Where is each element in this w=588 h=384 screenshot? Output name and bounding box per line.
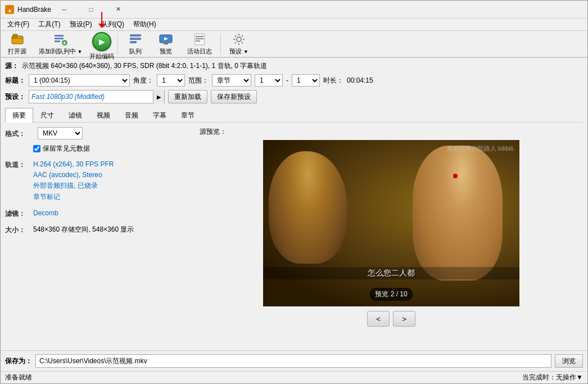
metadata-label: 保留常见元数据 (43, 144, 90, 153)
preview-container: 前前前世的陌路人 bilibili. 怎么您二人都 预览 2 / 10 (263, 140, 519, 306)
main-content: 源： 示范视频 640×360 (640×360), 30 FPS, SDR (… (1, 58, 587, 350)
preset-toolbar-button[interactable]: 预设 ▼ (224, 30, 253, 58)
tab-video[interactable]: 视频 (89, 108, 117, 123)
status-text: 准备就绪 (5, 373, 32, 382)
reload-preset-button[interactable]: 重新加载 (168, 90, 207, 103)
window-controls: ─ □ ✕ (51, 1, 131, 19)
preset-toolbar-label: 预设 ▼ (229, 47, 248, 56)
start-encode-wrap: ▶ 开始编码 (89, 28, 114, 61)
save-label: 保存为： (5, 356, 32, 366)
menu-bar: 文件(F) 工具(T) 预设(P) 队列(Q) 帮助(H) (1, 19, 587, 31)
range-from-select[interactable]: 1 (255, 74, 283, 87)
preview-icon (159, 33, 173, 46)
svg-point-17 (237, 37, 241, 42)
preset-arrow-button[interactable]: ▶ (153, 90, 164, 103)
tab-filters[interactable]: 滤镜 (61, 108, 89, 123)
preset-input[interactable] (29, 93, 153, 101)
preview-section-label: 源预览： (200, 127, 583, 137)
scene-figure-left (269, 151, 347, 264)
right-panel: 源预览： 前前前世的陌路人 bilibili. 怎么您二人都 预览 2 / 10 (200, 127, 583, 347)
menu-file[interactable]: 文件(F) (3, 19, 34, 30)
format-select[interactable]: MKV (38, 127, 83, 139)
duration-value: 00:04:15 (347, 76, 373, 84)
app-icon: 🔥 (5, 5, 14, 14)
size-row: 大小： 548×360 存储空间, 548×360 显示 (5, 224, 191, 235)
svg-rect-14 (196, 36, 203, 37)
svg-rect-7 (130, 34, 141, 37)
track-1: AAC (avcodec), Stereo (33, 170, 191, 180)
angle-select[interactable]: 1 (157, 74, 185, 87)
activity-log-icon (193, 33, 206, 46)
tab-subtitles[interactable]: 字幕 (146, 108, 174, 123)
title-select[interactable]: 1 (00:04:15) (29, 74, 130, 87)
start-encode-label: 开始编码 (89, 52, 114, 61)
next-preview-button[interactable]: > (393, 311, 415, 327)
filters-label: 滤镜： (5, 208, 33, 219)
save-bar: 保存为： 浏览 (1, 350, 587, 371)
filters-value: Decomb (33, 208, 191, 219)
title-bar-title: HandBrake (17, 6, 51, 13)
metadata-checkbox[interactable] (33, 145, 40, 152)
angle-label: 角度： (133, 76, 153, 85)
save-path-input[interactable] (35, 354, 551, 368)
format-row: 格式： MKV (5, 127, 191, 139)
tracks-row: 轨道： H.264 (x264), 30 FPS PFR AAC (avcode… (5, 159, 191, 202)
tab-summary[interactable]: 摘要 (5, 108, 33, 123)
title-bar: 🔥 HandBrake ─ □ ✕ (1, 1, 587, 19)
source-label: 源： (5, 61, 19, 71)
tab-content: 格式： MKV 保留常见元数据 轨道： H.264 (x264), 30 FPS… (5, 127, 583, 347)
menu-tools[interactable]: 工具(T) (34, 19, 65, 30)
scene-figure-right (413, 146, 503, 281)
browse-button[interactable]: 浏览 (555, 354, 583, 368)
queue-label: 队列 (129, 47, 142, 56)
prev-preview-button[interactable]: < (367, 311, 390, 327)
svg-rect-1 (13, 34, 17, 37)
filters-row: 滤镜： Decomb (5, 208, 191, 219)
preview-button[interactable]: 预览 (152, 30, 180, 58)
save-preset-button[interactable]: 保存新预设 (211, 90, 257, 103)
preset-row: 预设： ▶ 重新加载 保存新预设 (5, 90, 583, 103)
tracks-value: H.264 (x264), 30 FPS PFR AAC (avcodec), … (33, 159, 191, 202)
tab-bar: 摘要 尺寸 滤镜 视频 音频 字幕 章节 (5, 108, 583, 123)
toolbar: 打开源 + 添加到队列中 ▼ ▶ 开始编码 队列 (1, 31, 587, 58)
menu-help[interactable]: 帮助(H) (129, 19, 161, 30)
svg-rect-2 (55, 35, 64, 37)
add-queue-button[interactable]: + 添加到队列中 ▼ (34, 30, 87, 58)
activity-log-button[interactable]: 活动日志 (182, 30, 217, 58)
svg-rect-4 (55, 40, 60, 42)
preset-label: 预设： (5, 92, 25, 102)
completion-text[interactable]: 当完成时：无操作▼ (522, 373, 583, 382)
duration-label: 时长： (323, 76, 343, 85)
close-button[interactable]: ✕ (105, 1, 131, 19)
minimize-button[interactable]: ─ (51, 1, 77, 19)
svg-rect-3 (55, 38, 64, 39)
svg-text:+: + (63, 40, 66, 46)
start-encode-button[interactable]: ▶ (92, 32, 111, 51)
track-2: 外部音频扫描, 已烧录 (33, 180, 191, 191)
format-label: 格式： (5, 128, 33, 139)
toolbar-separator-2 (220, 34, 221, 54)
size-label: 大小： (5, 224, 33, 235)
svg-rect-8 (130, 38, 141, 40)
svg-rect-16 (196, 40, 200, 42)
open-source-button[interactable]: 打开源 (3, 30, 31, 58)
range-to-select[interactable]: 1 (292, 74, 320, 87)
queue-button[interactable]: 队列 (121, 30, 150, 58)
range-select[interactable]: 章节 (212, 74, 251, 87)
preset-icon (232, 33, 246, 46)
tab-chapters[interactable]: 章节 (174, 108, 202, 123)
toolbar-separator-1 (117, 34, 118, 54)
tab-audio[interactable]: 音频 (117, 108, 146, 123)
svg-rect-9 (130, 41, 137, 43)
track-0: H.264 (x264), 30 FPS PFR (33, 159, 191, 170)
source-value: 示范视频 640×360 (640×360), 30 FPS, SDR (8bi… (22, 61, 267, 71)
track-3: 章节标记 (33, 192, 191, 202)
preview-image: 前前前世的陌路人 bilibili. 怎么您二人都 预览 2 / 10 (263, 140, 519, 306)
preview-nav: < > (367, 311, 415, 327)
title-row: 标题： 1 (00:04:15) 角度： 1 范围： 章节 1 - 1 时长： … (5, 74, 583, 87)
tab-size[interactable]: 尺寸 (33, 108, 61, 123)
activity-log-label: 活动日志 (187, 47, 212, 56)
decoration-dot (453, 174, 458, 178)
subtitle-text: 怎么您二人都 (263, 267, 519, 279)
preview-counter: 预览 2 / 10 (369, 288, 413, 301)
